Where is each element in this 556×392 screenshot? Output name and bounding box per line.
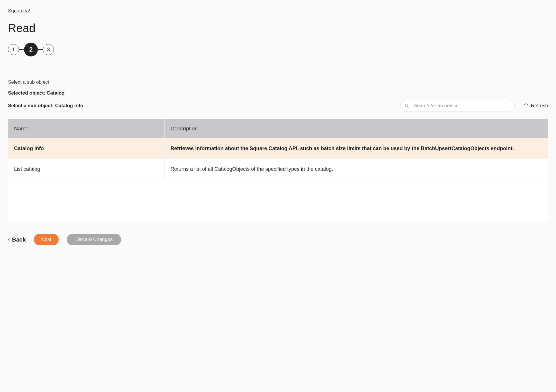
selected-sub-line: Select a sub object: Catalog info xyxy=(8,103,83,109)
breadcrumb-link[interactable]: Square v2 xyxy=(8,8,30,14)
back-button[interactable]: Back xyxy=(8,236,26,243)
table-empty-area xyxy=(8,179,548,222)
cell-description: Returns a list of all CatalogObjects of … xyxy=(165,159,548,179)
selected-sub-value: Catalog info xyxy=(55,103,83,108)
svg-point-0 xyxy=(405,104,408,107)
selected-object-value: Catalog xyxy=(47,90,64,96)
svg-line-1 xyxy=(408,106,409,107)
page-title: Read xyxy=(8,22,548,35)
footer-actions: Back Next Discard Changes xyxy=(8,234,548,245)
discard-button[interactable]: Discard Changes xyxy=(67,234,121,245)
cell-description: Retrieves information about the Square C… xyxy=(165,138,548,159)
selected-object-line: Selected object: Catalog xyxy=(8,90,548,96)
step-2[interactable]: 2 xyxy=(24,43,38,56)
refresh-label: Refresh xyxy=(531,103,548,109)
col-header-name: Name xyxy=(8,119,165,138)
refresh-button[interactable]: Refresh xyxy=(523,103,548,109)
search-wrap xyxy=(400,100,515,111)
step-3[interactable]: 3 xyxy=(43,44,54,55)
objects-table: Name Description Catalog info Retrieves … xyxy=(8,119,548,222)
sub-heading: Select a sub object xyxy=(8,79,548,85)
cell-name: List catalog xyxy=(8,159,165,179)
table-row[interactable]: Catalog info Retrieves information about… xyxy=(8,138,548,159)
search-input[interactable] xyxy=(400,100,515,111)
chevron-left-icon xyxy=(8,238,10,242)
table-header-row: Name Description xyxy=(8,119,548,138)
back-label: Back xyxy=(12,236,26,243)
refresh-icon xyxy=(523,103,529,108)
col-header-description: Description xyxy=(165,119,548,138)
cell-name: Catalog info xyxy=(8,138,165,159)
table-row[interactable]: List catalog Returns a list of all Catal… xyxy=(8,159,548,179)
selected-sub-label: Select a sub object: xyxy=(8,103,55,108)
next-button[interactable]: Next xyxy=(34,234,59,245)
step-connector xyxy=(19,49,24,50)
stepper: 1 2 3 xyxy=(8,43,548,56)
step-connector xyxy=(38,49,43,50)
search-icon xyxy=(405,103,409,108)
step-1[interactable]: 1 xyxy=(8,44,19,55)
selected-object-label: Selected object: xyxy=(8,90,47,96)
